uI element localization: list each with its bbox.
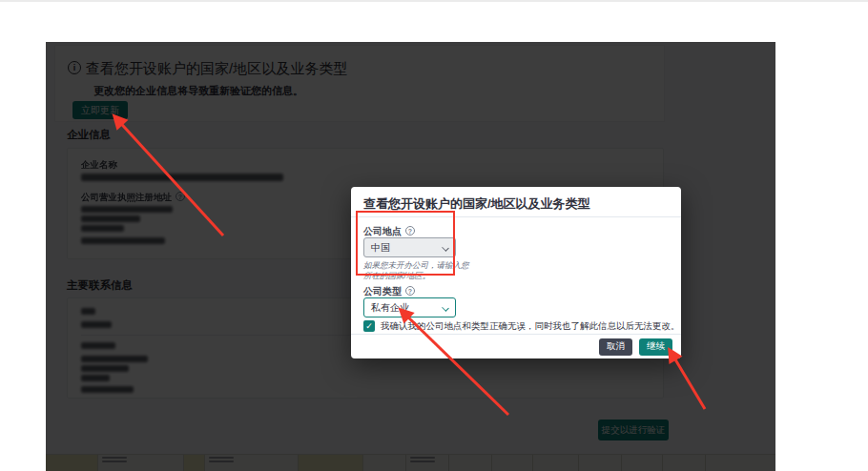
confirm-checkbox[interactable]: ✓ xyxy=(363,320,375,332)
company-type-select[interactable]: 私有企业 xyxy=(363,297,456,317)
continue-button[interactable]: 继续 xyxy=(639,338,672,356)
screenshot-canvas: i 查看您开设账户的国家/地区以及业务类型 更改您的企业信息将导致重新验证您的信… xyxy=(0,0,868,471)
dialog-footer: 取消 继续 xyxy=(351,334,681,358)
annotation-highlight-box xyxy=(356,211,455,276)
confirmation-row: ✓ 我确认我的公司地点和类型正确无误，同时我也了解此信息以后无法更改。 xyxy=(363,320,680,332)
top-divider xyxy=(0,0,868,2)
company-type-label: 公司类型? xyxy=(363,285,415,298)
company-type-value: 私有企业 xyxy=(371,301,409,315)
confirm-label: 我确认我的公司地点和类型正确无误，同时我也了解此信息以后无法更改。 xyxy=(381,320,680,332)
help-icon: ? xyxy=(405,286,415,296)
check-icon: ✓ xyxy=(365,321,373,331)
cancel-button[interactable]: 取消 xyxy=(599,338,632,356)
chevron-down-icon xyxy=(442,304,449,312)
